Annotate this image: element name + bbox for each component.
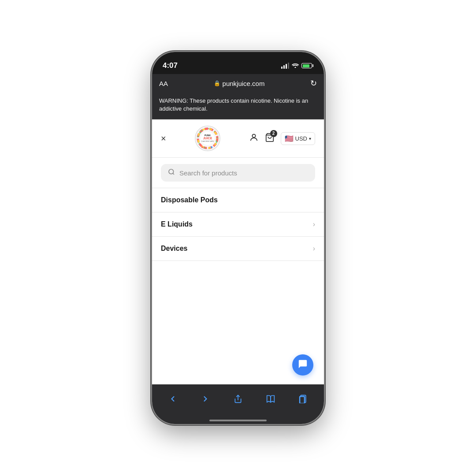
chat-button[interactable] <box>292 354 313 376</box>
menu-item-label: E Liquids <box>161 220 193 228</box>
svg-point-14 <box>198 141 199 142</box>
search-bar[interactable]: Search for products <box>161 164 315 182</box>
site-content: × PUNK JUICE <box>152 119 324 261</box>
back-button[interactable] <box>163 391 182 409</box>
warning-banner: WARNING: These products contain nicotine… <box>152 93 324 119</box>
browser-bar: AA 🔒 punkjuice.com ↻ <box>152 74 324 93</box>
svg-rect-22 <box>300 396 305 403</box>
menu-item-devices[interactable]: Devices › <box>152 237 324 261</box>
currency-chevron-icon: ▾ <box>309 136 311 141</box>
warning-text: WARNING: These products contain nicotine… <box>159 97 308 112</box>
svg-line-19 <box>173 173 174 175</box>
svg-point-12 <box>211 146 212 148</box>
url-text: punkjuice.com <box>223 80 265 87</box>
chat-icon <box>298 359 308 371</box>
bookmarks-button[interactable] <box>261 391 280 409</box>
chevron-right-icon: › <box>313 245 315 253</box>
svg-point-18 <box>169 169 174 174</box>
svg-point-16 <box>252 134 255 138</box>
search-container: Search for products <box>152 158 324 188</box>
svg-point-11 <box>216 141 217 142</box>
svg-point-10 <box>214 132 216 134</box>
svg-point-13 <box>201 146 203 148</box>
notch <box>209 52 267 66</box>
cart-badge: 2 <box>270 130 277 137</box>
currency-selector[interactable]: 🇱🇷 USD ▾ <box>281 132 315 145</box>
search-icon <box>168 168 175 177</box>
status-time: 4:07 <box>163 61 178 70</box>
menu-item-label: Disposable Pods <box>161 196 218 204</box>
currency-text: USD <box>295 135 307 142</box>
browser-url-bar[interactable]: 🔒 punkjuice.com <box>214 80 265 87</box>
menu-item-disposable-pods[interactable]: Disposable Pods <box>152 188 324 212</box>
wifi-icon <box>292 63 299 69</box>
cart-wrapper[interactable]: 2 <box>265 133 275 145</box>
logo-container: PUNK JUICE FLAVORED VAPE <box>195 126 220 151</box>
browser-bottom-bar <box>152 384 324 424</box>
home-indicator <box>209 420 267 421</box>
nav-bar: × PUNK JUICE <box>152 119 324 158</box>
phone-frame: 4:07 <box>152 52 324 424</box>
brand-logo: PUNK JUICE FLAVORED VAPE <box>195 126 220 151</box>
lock-icon: 🔒 <box>214 80 220 86</box>
search-placeholder: Search for products <box>179 169 237 177</box>
status-icons <box>281 63 313 69</box>
nav-actions: 2 🇱🇷 USD ▾ <box>249 132 315 145</box>
svg-point-9 <box>207 128 208 130</box>
battery-icon <box>301 63 313 68</box>
refresh-icon[interactable]: ↻ <box>310 78 317 88</box>
svg-text:JUICE: JUICE <box>203 137 212 140</box>
phone-screen: 4:07 <box>152 52 324 424</box>
user-icon[interactable] <box>249 133 259 145</box>
svg-point-15 <box>199 132 201 134</box>
share-button[interactable] <box>228 391 248 409</box>
menu-list: Disposable Pods E Liquids › Devices › <box>152 188 324 261</box>
browser-aa[interactable]: AA <box>159 80 168 87</box>
tabs-button[interactable] <box>294 391 313 409</box>
svg-text:FLAVORED VAPE: FLAVORED VAPE <box>201 141 214 142</box>
menu-item-e-liquids[interactable]: E Liquids › <box>152 212 324 237</box>
chevron-right-icon: › <box>313 220 315 228</box>
flag-icon: 🇱🇷 <box>285 134 294 143</box>
signal-icon <box>281 63 289 69</box>
menu-item-label: Devices <box>161 245 188 253</box>
forward-button[interactable] <box>196 391 215 409</box>
close-button[interactable]: × <box>161 134 166 144</box>
